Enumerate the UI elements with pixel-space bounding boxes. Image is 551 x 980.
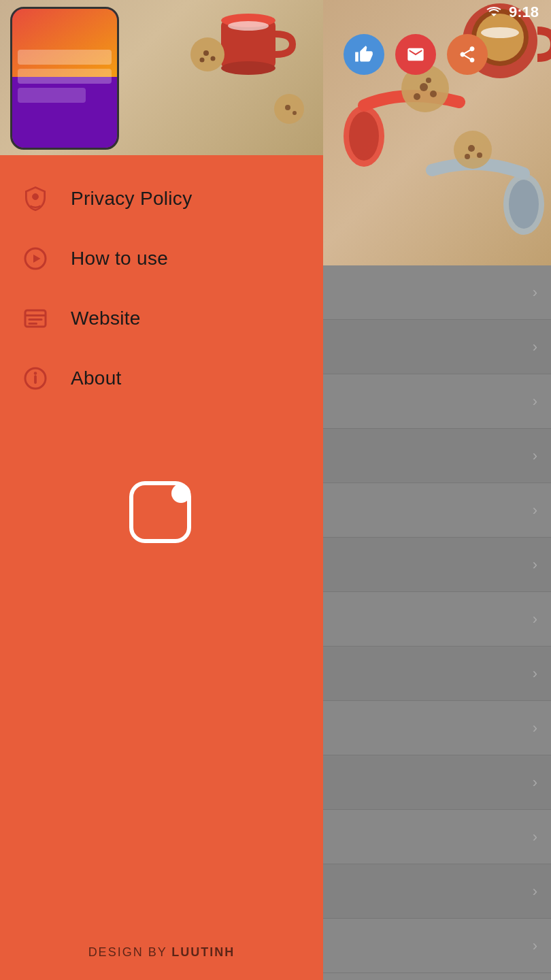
- svg-point-25: [221, 61, 276, 75]
- privacy-policy-label: Privacy Policy: [71, 188, 192, 210]
- list-row[interactable]: ›: [323, 429, 551, 483]
- about-label: About: [71, 368, 122, 389]
- info-circle-icon-container: [20, 363, 50, 393]
- how-to-use-label: How to use: [71, 248, 168, 270]
- share-button[interactable]: [447, 34, 488, 75]
- list-row[interactable]: ›: [323, 755, 551, 810]
- svg-point-12: [414, 93, 420, 100]
- chevron-right-icon: ›: [533, 502, 537, 519]
- browser-icon: [23, 306, 48, 331]
- browser-icon-container: [20, 304, 50, 333]
- right-panel: 9:18: [323, 0, 551, 980]
- svg-rect-20: [18, 50, 112, 65]
- list-row[interactable]: ›: [323, 864, 551, 919]
- chevron-right-icon: ›: [533, 393, 537, 410]
- chevron-right-icon: ›: [533, 937, 537, 955]
- chevron-right-icon: ›: [533, 284, 537, 301]
- chevron-right-icon: ›: [533, 774, 537, 791]
- list-row[interactable]: ›: [323, 647, 551, 701]
- svg-point-13: [426, 78, 431, 83]
- svg-point-26: [228, 21, 269, 31]
- svg-point-11: [430, 91, 437, 97]
- svg-rect-39: [29, 318, 43, 321]
- menu-item-about[interactable]: About: [0, 348, 323, 408]
- chevron-right-icon: ›: [533, 883, 537, 900]
- phone-screen: [12, 9, 117, 148]
- list-row[interactable]: ›: [323, 919, 551, 973]
- drawer-panel: Privacy Policy How to use: [0, 0, 323, 980]
- menu-items-container: Privacy Policy How to use: [0, 155, 323, 422]
- svg-point-43: [34, 372, 37, 375]
- shield-icon-container: [20, 184, 50, 214]
- list-row[interactable]: ›: [323, 483, 551, 538]
- svg-point-33: [293, 111, 297, 115]
- drawer-header: [0, 0, 323, 155]
- status-bar: 9:18: [323, 0, 551, 24]
- list-rows-container: › › › › › › › › › › › › ›: [323, 265, 551, 980]
- footer-text: DESIGN BY LUUTINH: [0, 945, 323, 960]
- gmail-icon: [406, 45, 425, 64]
- svg-marker-36: [33, 255, 41, 263]
- website-label: Website: [71, 308, 141, 329]
- header-decoration: [105, 0, 323, 155]
- like-button[interactable]: [344, 34, 384, 75]
- svg-point-45: [171, 484, 190, 503]
- footer-prefix: DESIGN: [88, 945, 144, 959]
- list-row[interactable]: ›: [323, 592, 551, 647]
- phone-mockup: [10, 7, 119, 150]
- thumbs-up-icon: [354, 45, 373, 64]
- svg-point-17: [465, 154, 470, 159]
- menu-item-website[interactable]: Website: [0, 289, 323, 348]
- svg-marker-0: [491, 14, 497, 16]
- chevron-right-icon: ›: [533, 447, 537, 465]
- action-buttons-container: [344, 34, 488, 75]
- menu-item-privacy-policy[interactable]: Privacy Policy: [0, 169, 323, 229]
- chevron-right-icon: ›: [533, 665, 537, 683]
- chevron-right-icon: ›: [533, 719, 537, 737]
- notification-logo-icon: [124, 476, 199, 551]
- svg-point-15: [468, 145, 475, 152]
- svg-rect-40: [29, 323, 38, 325]
- chevron-right-icon: ›: [533, 338, 537, 356]
- list-row[interactable]: ›: [323, 810, 551, 864]
- svg-rect-22: [18, 88, 86, 103]
- footer-by-word: BY: [148, 945, 167, 959]
- app-logo-area: [0, 476, 323, 551]
- svg-point-16: [477, 152, 482, 158]
- play-circle-icon-container: [20, 244, 50, 274]
- svg-point-28: [203, 50, 209, 56]
- menu-item-how-to-use[interactable]: How to use: [0, 229, 323, 289]
- shield-icon: [23, 186, 48, 211]
- play-circle-icon: [23, 246, 48, 271]
- phone-screen-content: [12, 9, 117, 148]
- chevron-right-icon: ›: [533, 610, 537, 628]
- svg-point-10: [420, 83, 428, 91]
- svg-point-29: [211, 56, 216, 61]
- list-row[interactable]: ›: [323, 265, 551, 320]
- status-time: 9:18: [509, 3, 539, 21]
- right-header-image: [323, 0, 551, 265]
- svg-rect-19: [12, 9, 117, 77]
- svg-point-32: [285, 105, 290, 110]
- list-row[interactable]: ›: [323, 374, 551, 429]
- svg-point-8: [509, 180, 539, 229]
- chevron-right-icon: ›: [533, 556, 537, 574]
- info-circle-icon: [23, 366, 48, 391]
- svg-point-6: [349, 112, 379, 161]
- share-icon: [458, 45, 477, 64]
- gmail-button[interactable]: [395, 34, 436, 75]
- list-row[interactable]: ›: [323, 320, 551, 374]
- svg-point-30: [200, 58, 205, 63]
- list-row[interactable]: ›: [323, 538, 551, 592]
- list-row[interactable]: ›: [323, 701, 551, 755]
- svg-point-34: [33, 194, 39, 200]
- wifi-icon: [486, 6, 502, 18]
- chevron-right-icon: ›: [533, 828, 537, 846]
- footer-brand: LUUTINH: [171, 945, 235, 959]
- svg-rect-21: [18, 69, 112, 84]
- drawer-footer: DESIGN BY LUUTINH: [0, 945, 323, 960]
